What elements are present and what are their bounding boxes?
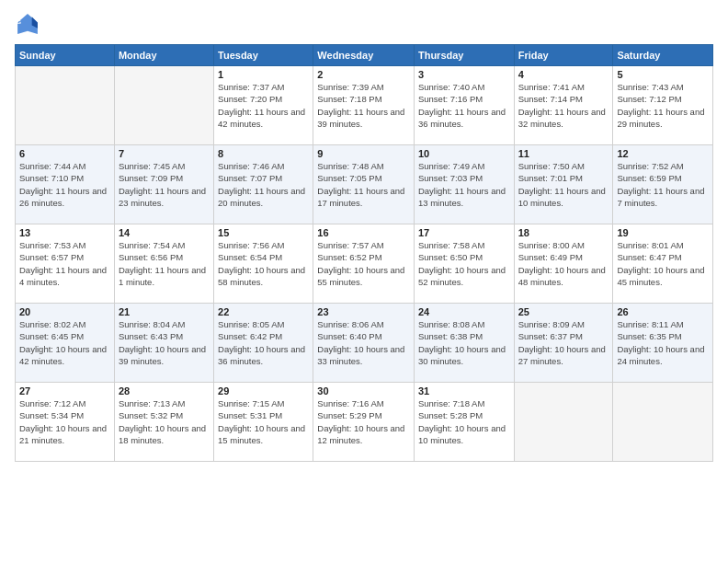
day-info: Sunrise: 7:15 AMSunset: 5:31 PMDaylight:… [218, 397, 309, 446]
day-info: Sunrise: 8:06 AMSunset: 6:40 PMDaylight:… [317, 318, 410, 367]
calendar-cell: 23Sunrise: 8:06 AMSunset: 6:40 PMDayligh… [313, 304, 415, 383]
day-number: 8 [218, 148, 309, 159]
calendar-cell [613, 383, 713, 462]
logo-icon: G [15, 11, 40, 37]
day-number: 14 [119, 227, 210, 238]
day-number: 5 [617, 69, 709, 80]
day-number: 21 [119, 306, 210, 317]
calendar-cell: 22Sunrise: 8:05 AMSunset: 6:42 PMDayligh… [214, 304, 313, 383]
day-info: Sunrise: 7:56 AMSunset: 6:54 PMDaylight:… [218, 239, 309, 288]
day-info: Sunrise: 7:57 AMSunset: 6:52 PMDaylight:… [317, 239, 410, 288]
header: G [15, 11, 713, 37]
col-header-sunday: Sunday [16, 45, 115, 66]
day-info: Sunrise: 7:50 AMSunset: 7:01 PMDaylight:… [518, 160, 609, 209]
calendar-cell: 1Sunrise: 7:37 AMSunset: 7:20 PMDaylight… [214, 66, 313, 145]
day-number: 26 [617, 306, 709, 317]
day-number: 17 [418, 227, 510, 238]
day-number: 7 [119, 148, 210, 159]
day-number: 30 [317, 385, 410, 396]
calendar-week-3: 13Sunrise: 7:53 AMSunset: 6:57 PMDayligh… [16, 224, 713, 304]
calendar-cell: 25Sunrise: 8:09 AMSunset: 6:37 PMDayligh… [514, 304, 613, 383]
day-number: 25 [518, 306, 609, 317]
calendar-cell: 28Sunrise: 7:13 AMSunset: 5:32 PMDayligh… [114, 383, 213, 462]
day-info: Sunrise: 7:45 AMSunset: 7:09 PMDaylight:… [119, 160, 210, 209]
day-number: 29 [218, 385, 309, 396]
calendar-week-2: 6Sunrise: 7:44 AMSunset: 7:10 PMDaylight… [16, 145, 713, 224]
day-info: Sunrise: 7:58 AMSunset: 6:50 PMDaylight:… [418, 239, 510, 288]
col-header-wednesday: Wednesday [313, 45, 415, 66]
calendar-cell: 7Sunrise: 7:45 AMSunset: 7:09 PMDaylight… [114, 145, 213, 224]
calendar-week-1: 1Sunrise: 7:37 AMSunset: 7:20 PMDaylight… [16, 66, 713, 145]
day-info: Sunrise: 7:12 AMSunset: 5:34 PMDaylight:… [19, 397, 110, 446]
day-number: 22 [218, 306, 309, 317]
calendar-cell: 4Sunrise: 7:41 AMSunset: 7:14 PMDaylight… [514, 66, 613, 145]
svg-text:G: G [17, 18, 21, 25]
calendar-cell: 31Sunrise: 7:18 AMSunset: 5:28 PMDayligh… [414, 383, 514, 462]
calendar-week-4: 20Sunrise: 8:02 AMSunset: 6:45 PMDayligh… [16, 304, 713, 383]
calendar-cell: 21Sunrise: 8:04 AMSunset: 6:43 PMDayligh… [114, 304, 213, 383]
day-number: 3 [418, 69, 510, 80]
day-number: 12 [617, 148, 709, 159]
calendar-cell: 29Sunrise: 7:15 AMSunset: 5:31 PMDayligh… [214, 383, 313, 462]
day-number: 2 [317, 69, 410, 80]
day-info: Sunrise: 8:05 AMSunset: 6:42 PMDaylight:… [218, 318, 309, 367]
day-info: Sunrise: 7:37 AMSunset: 7:20 PMDaylight:… [218, 81, 309, 130]
calendar-cell: 5Sunrise: 7:43 AMSunset: 7:12 PMDaylight… [613, 66, 713, 145]
day-number: 1 [218, 69, 309, 80]
calendar-cell: 9Sunrise: 7:48 AMSunset: 7:05 PMDaylight… [313, 145, 415, 224]
day-number: 20 [19, 306, 110, 317]
calendar-cell: 20Sunrise: 8:02 AMSunset: 6:45 PMDayligh… [16, 304, 115, 383]
col-header-thursday: Thursday [414, 45, 514, 66]
day-number: 27 [19, 385, 110, 396]
page: G SundayMondayTuesdayWednesdayThursdayFr… [0, 0, 728, 563]
day-number: 10 [418, 148, 510, 159]
calendar-cell [514, 383, 613, 462]
calendar-cell [16, 66, 115, 145]
calendar-cell: 13Sunrise: 7:53 AMSunset: 6:57 PMDayligh… [16, 224, 115, 304]
calendar-cell [114, 66, 213, 145]
day-number: 31 [418, 385, 510, 396]
day-info: Sunrise: 8:08 AMSunset: 6:38 PMDaylight:… [418, 318, 510, 367]
day-info: Sunrise: 8:00 AMSunset: 6:49 PMDaylight:… [518, 239, 609, 288]
calendar-cell: 26Sunrise: 8:11 AMSunset: 6:35 PMDayligh… [613, 304, 713, 383]
header-row: SundayMondayTuesdayWednesdayThursdayFrid… [16, 45, 713, 66]
day-number: 28 [119, 385, 210, 396]
calendar-table: SundayMondayTuesdayWednesdayThursdayFrid… [15, 44, 713, 462]
calendar-cell: 19Sunrise: 8:01 AMSunset: 6:47 PMDayligh… [613, 224, 713, 304]
day-number: 13 [19, 227, 110, 238]
day-info: Sunrise: 7:39 AMSunset: 7:18 PMDaylight:… [317, 81, 410, 130]
day-number: 24 [418, 306, 510, 317]
day-info: Sunrise: 8:02 AMSunset: 6:45 PMDaylight:… [19, 318, 110, 367]
day-info: Sunrise: 7:48 AMSunset: 7:05 PMDaylight:… [317, 160, 410, 209]
logo: G [15, 11, 42, 37]
day-info: Sunrise: 8:04 AMSunset: 6:43 PMDaylight:… [119, 318, 210, 367]
day-info: Sunrise: 7:16 AMSunset: 5:29 PMDaylight:… [317, 397, 410, 446]
day-info: Sunrise: 7:43 AMSunset: 7:12 PMDaylight:… [617, 81, 709, 130]
day-info: Sunrise: 8:09 AMSunset: 6:37 PMDaylight:… [518, 318, 609, 367]
calendar-cell: 24Sunrise: 8:08 AMSunset: 6:38 PMDayligh… [414, 304, 514, 383]
calendar-cell: 17Sunrise: 7:58 AMSunset: 6:50 PMDayligh… [414, 224, 514, 304]
calendar-cell: 27Sunrise: 7:12 AMSunset: 5:34 PMDayligh… [16, 383, 115, 462]
day-number: 15 [218, 227, 309, 238]
day-number: 23 [317, 306, 410, 317]
col-header-saturday: Saturday [613, 45, 713, 66]
col-header-monday: Monday [114, 45, 213, 66]
calendar-cell: 15Sunrise: 7:56 AMSunset: 6:54 PMDayligh… [214, 224, 313, 304]
day-number: 18 [518, 227, 609, 238]
day-info: Sunrise: 7:18 AMSunset: 5:28 PMDaylight:… [418, 397, 510, 446]
calendar-cell: 3Sunrise: 7:40 AMSunset: 7:16 PMDaylight… [414, 66, 514, 145]
day-info: Sunrise: 7:53 AMSunset: 6:57 PMDaylight:… [19, 239, 110, 288]
day-info: Sunrise: 7:46 AMSunset: 7:07 PMDaylight:… [218, 160, 309, 209]
calendar-cell: 14Sunrise: 7:54 AMSunset: 6:56 PMDayligh… [114, 224, 213, 304]
day-info: Sunrise: 7:49 AMSunset: 7:03 PMDaylight:… [418, 160, 510, 209]
day-number: 11 [518, 148, 609, 159]
calendar-cell: 10Sunrise: 7:49 AMSunset: 7:03 PMDayligh… [414, 145, 514, 224]
day-info: Sunrise: 8:11 AMSunset: 6:35 PMDaylight:… [617, 318, 709, 367]
day-number: 4 [518, 69, 609, 80]
day-info: Sunrise: 7:13 AMSunset: 5:32 PMDaylight:… [119, 397, 210, 446]
calendar-cell: 6Sunrise: 7:44 AMSunset: 7:10 PMDaylight… [16, 145, 115, 224]
day-info: Sunrise: 7:52 AMSunset: 6:59 PMDaylight:… [617, 160, 709, 209]
day-number: 19 [617, 227, 709, 238]
calendar-week-5: 27Sunrise: 7:12 AMSunset: 5:34 PMDayligh… [16, 383, 713, 462]
calendar-cell: 8Sunrise: 7:46 AMSunset: 7:07 PMDaylight… [214, 145, 313, 224]
